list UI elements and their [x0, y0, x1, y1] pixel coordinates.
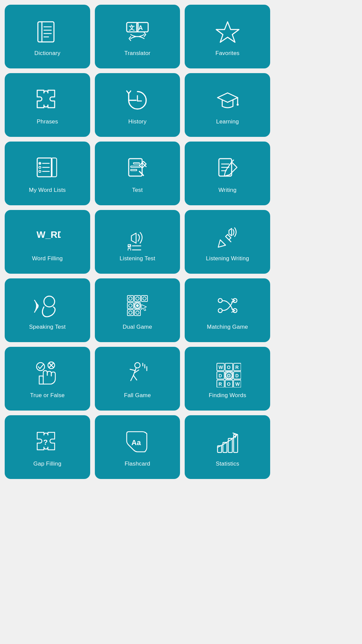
svg-point-54	[129, 311, 132, 314]
card-listening-writing[interactable]: Listening Writing	[185, 210, 270, 274]
svg-text:?: ?	[43, 438, 48, 446]
svg-text:W: W	[219, 365, 223, 370]
word-filling-icon: W_RD	[34, 224, 61, 251]
listening-writing-icon	[214, 224, 241, 251]
svg-text:O: O	[227, 381, 231, 387]
flashcard-icon: Aa	[124, 429, 151, 456]
card-translator[interactable]: 文 A Translator	[95, 5, 180, 68]
matching-game-label: Matching Game	[207, 324, 248, 330]
card-speaking-test[interactable]: Speaking Test	[5, 278, 90, 342]
favorites-icon	[214, 18, 241, 45]
svg-rect-44	[134, 296, 140, 302]
gap-filling-label: Gap Filling	[34, 461, 61, 467]
word-filling-label: Word Filling	[32, 255, 63, 262]
true-or-false-icon	[34, 361, 61, 387]
card-phrases[interactable]: Phrases	[5, 73, 90, 137]
phrases-icon	[34, 87, 61, 114]
svg-point-49	[129, 304, 132, 307]
card-flashcard[interactable]: Aa Flashcard	[95, 415, 180, 479]
svg-text:文: 文	[129, 24, 135, 31]
card-statistics[interactable]: Statistics	[185, 415, 270, 479]
svg-point-45	[136, 297, 139, 300]
card-test[interactable]: Test	[95, 142, 180, 205]
gap-filling-icon: ?	[34, 429, 61, 456]
svg-point-47	[143, 297, 146, 300]
svg-marker-13	[218, 93, 238, 102]
card-listening-test[interactable]: Listening Test	[95, 210, 180, 274]
svg-rect-55	[134, 310, 140, 316]
svg-point-61	[37, 363, 45, 371]
card-dictionary[interactable]: Dictionary	[5, 5, 90, 68]
svg-point-65	[135, 363, 140, 368]
card-word-filling[interactable]: W_RD Word Filling	[5, 210, 90, 274]
svg-text:A: A	[138, 24, 143, 31]
svg-marker-10	[216, 22, 239, 42]
my-word-lists-icon	[34, 155, 61, 182]
listening-writing-label: Listening Writing	[206, 255, 249, 262]
statistics-label: Statistics	[216, 461, 239, 467]
card-true-or-false[interactable]: True or False	[5, 347, 90, 411]
dual-game-icon	[124, 292, 151, 319]
listening-test-icon	[124, 224, 151, 251]
card-matching-game[interactable]: Matching Game	[185, 278, 270, 342]
svg-rect-0	[38, 22, 54, 42]
svg-point-20	[39, 166, 41, 168]
app-grid: Dictionary 文 A Translator Favorites	[0, 0, 275, 484]
card-history[interactable]: History	[95, 73, 180, 137]
dictionary-icon	[34, 18, 61, 45]
svg-point-52	[136, 305, 138, 307]
fall-game-label: Fall Game	[124, 392, 151, 399]
svg-rect-53	[127, 310, 133, 316]
writing-label: Writing	[219, 187, 237, 194]
card-gap-filling[interactable]: ? Gap Filling	[5, 415, 90, 479]
translator-icon: 文 A	[124, 18, 151, 45]
svg-text:R: R	[235, 365, 239, 370]
matching-game-icon	[214, 292, 241, 319]
dictionary-label: Dictionary	[35, 50, 61, 57]
finding-words-icon: W O R D O D R O W	[214, 361, 241, 387]
svg-text:W: W	[235, 381, 240, 387]
svg-point-43	[129, 297, 132, 300]
card-dual-game[interactable]: Dual Game	[95, 278, 180, 342]
card-learning[interactable]: Learning	[185, 73, 270, 137]
card-favorites[interactable]: Favorites	[185, 5, 270, 68]
test-icon	[124, 155, 151, 182]
svg-point-56	[136, 311, 139, 314]
svg-point-22	[39, 170, 41, 172]
finding-words-label: Finding Words	[209, 392, 246, 399]
svg-rect-28	[131, 169, 137, 171]
svg-point-41	[44, 296, 55, 307]
svg-text:R: R	[219, 381, 222, 387]
svg-text:D: D	[235, 373, 239, 378]
phrases-label: Phrases	[37, 118, 58, 125]
translator-label: Translator	[124, 50, 150, 57]
svg-rect-48	[127, 303, 133, 309]
my-word-lists-label: My Word Lists	[29, 187, 66, 194]
svg-text:O: O	[227, 365, 231, 370]
svg-point-58	[218, 309, 222, 313]
svg-rect-42	[127, 296, 133, 302]
svg-text:W_RD: W_RD	[37, 229, 61, 240]
svg-text:D: D	[219, 373, 222, 378]
test-label: Test	[132, 187, 143, 194]
card-fall-game[interactable]: Fall Game	[95, 347, 180, 411]
card-finding-words[interactable]: W O R D O D R O W Finding Words	[185, 347, 270, 411]
flashcard-label: Flashcard	[125, 461, 150, 467]
card-my-word-lists[interactable]: My Word Lists	[5, 142, 90, 205]
speaking-test-label: Speaking Test	[29, 324, 66, 330]
statistics-icon	[214, 429, 241, 456]
svg-text:O: O	[227, 373, 231, 378]
history-icon	[124, 87, 151, 114]
svg-rect-46	[141, 296, 147, 302]
learning-icon	[214, 87, 241, 114]
svg-text:Aa: Aa	[131, 438, 141, 447]
svg-point-15	[237, 104, 239, 106]
learning-label: Learning	[216, 118, 239, 125]
speaking-test-icon	[34, 292, 61, 319]
listening-test-label: Listening Test	[120, 255, 155, 262]
svg-rect-26	[133, 163, 139, 164]
fall-game-icon	[124, 361, 151, 387]
svg-rect-38	[128, 249, 131, 251]
card-writing[interactable]: Writing	[185, 142, 270, 205]
svg-rect-27	[131, 166, 140, 167]
